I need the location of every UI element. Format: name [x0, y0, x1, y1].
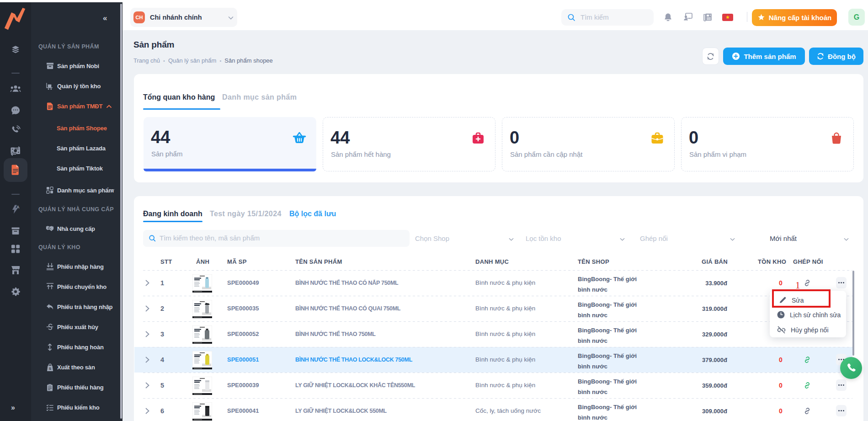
svg-text:A: A	[16, 205, 20, 209]
svg-text:S: S	[49, 367, 51, 371]
